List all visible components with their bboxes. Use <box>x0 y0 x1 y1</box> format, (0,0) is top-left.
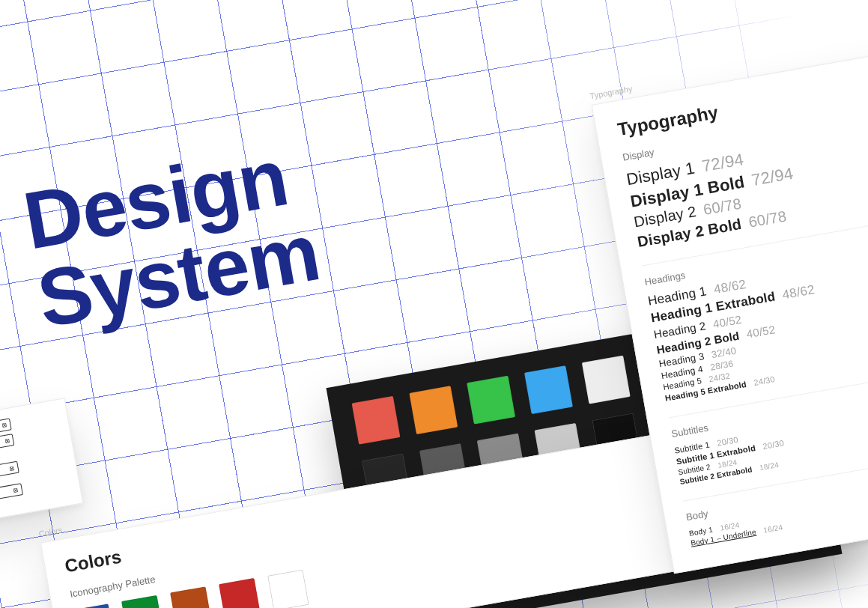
swatch <box>467 376 515 425</box>
swatch <box>352 396 401 445</box>
hero-title: Design System <box>18 134 324 339</box>
swatch <box>73 604 115 608</box>
type-size: 60/78 <box>747 208 788 231</box>
clear-icon[interactable]: ⊠ <box>13 486 19 493</box>
swatch <box>121 595 163 608</box>
swatch <box>409 386 458 434</box>
type-size: 18/24 <box>759 460 780 472</box>
clear-icon[interactable]: ⊠ <box>1 422 7 429</box>
clear-icon[interactable]: ⊠ <box>9 464 15 472</box>
swatch <box>219 578 261 608</box>
mini-field: Label * Input text⊠ Helper text <box>0 468 73 511</box>
type-size: 24/30 <box>753 374 776 387</box>
clear-icon[interactable]: ⊠ <box>4 437 10 444</box>
swatch <box>267 569 309 608</box>
swatch <box>170 586 212 608</box>
type-size: 16/24 <box>763 523 784 535</box>
swatch <box>524 365 573 414</box>
swatch <box>582 356 631 404</box>
type-size: 40/52 <box>745 323 776 340</box>
forms-preview-card: Input text⊠ Input text⊠ Helper text Labe… <box>0 398 83 525</box>
type-size: 20/30 <box>762 438 785 451</box>
